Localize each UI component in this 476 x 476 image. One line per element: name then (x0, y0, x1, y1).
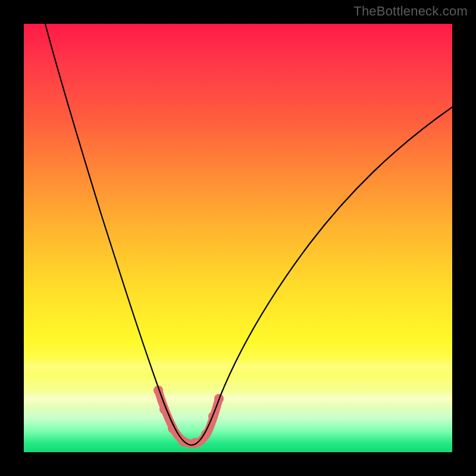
attribution-label: TheBottleneck.com (353, 4, 468, 19)
curve-overlay (24, 24, 452, 452)
chart-frame: TheBottleneck.com (0, 0, 476, 476)
bottleneck-curve (45, 24, 452, 445)
minimum-marker-dot (190, 438, 200, 447)
plot-area (24, 24, 452, 452)
minimum-marker-dot (168, 424, 177, 433)
minimum-marker (154, 386, 224, 447)
